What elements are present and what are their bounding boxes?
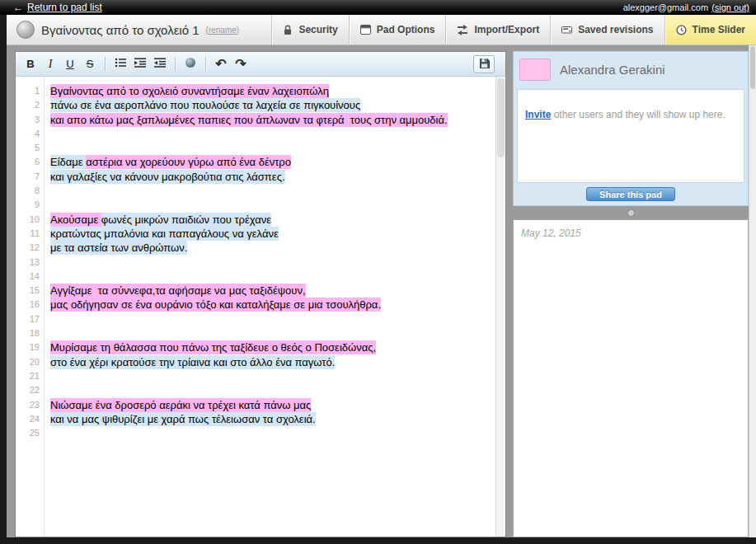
security-button[interactable]: Security	[271, 15, 348, 45]
return-to-pad-list-link[interactable]: ← Return to pad list	[13, 2, 102, 13]
invite-box: Invite other users and they will show up…	[517, 89, 744, 183]
outdent-button[interactable]	[151, 55, 169, 73]
import-export-button[interactable]: Import/Export	[445, 15, 550, 45]
editor-line[interactable]: Νιώσαμε ένα δροσερό αεράκι να τρέχει κατ…	[50, 398, 492, 412]
rename-link[interactable]: (rename)	[206, 26, 240, 35]
editor-line[interactable]: με τα αστεία των ανθρώπων.	[50, 241, 492, 255]
editor-line[interactable]	[50, 383, 492, 397]
line-number: 19	[16, 340, 40, 354]
editor-line[interactable]: και γαλαξίες να κάνουν μακροβούτια στις …	[50, 170, 492, 184]
editor-line[interactable]	[50, 270, 492, 284]
editor-body: 1234567891011121314151617181920212223242…	[16, 77, 505, 537]
text-segment: κρατώντας μπαλόνια και παπαγάλους να γελ…	[50, 227, 279, 241]
editor-lines[interactable]: Βγαίνοντας από το σχολειό συναντήσαμε έν…	[45, 77, 495, 537]
text-segment: πάνω σε ένα αεροπλάνο που πουλούσε τα λα…	[50, 98, 360, 112]
redo-button[interactable]: ↷	[232, 55, 250, 73]
editor-line[interactable]	[50, 426, 492, 440]
strikethrough-button[interactable]: S	[81, 55, 99, 73]
line-number: 13	[16, 256, 40, 270]
line-number: 9	[16, 198, 40, 212]
saved-revisions-button[interactable]: Saved revisions	[550, 15, 664, 45]
line-number: 11	[16, 227, 40, 241]
undo-button[interactable]: ↶	[212, 55, 230, 73]
editor-line[interactable]: Ακούσαμε φωνές μικρών παιδιών που τρέχαν…	[50, 213, 492, 227]
text-segment: μας οδήγησαν σε ένα ουράνιο τόξο και κατ…	[50, 298, 381, 312]
text-segment: με τα αστεία των ανθρώπων.	[50, 241, 187, 255]
editor-line[interactable]: και απο κάτω μας ξαπλωμένες παπιες που ά…	[50, 113, 492, 127]
time-slider-button-label: Time Slider	[693, 24, 745, 35]
editor-line[interactable]: Μυρίσαμε τη θάλασσα που πάνω της ταξίδευ…	[50, 340, 492, 354]
users-panel: Alexandra Gerakini Invite other users an…	[513, 51, 749, 206]
back-arrow-icon: ←	[13, 2, 23, 12]
editor-scrollbar-thumb[interactable]	[497, 78, 505, 157]
text-segment: Αγγίξαμε τα σύννεφα,τα αφήσαμε να μας τα…	[50, 284, 306, 298]
editor-line[interactable]: πάνω σε ένα αεροπλάνο που πουλούσε τα λα…	[50, 98, 492, 112]
line-number: 7	[16, 170, 40, 184]
editor-line[interactable]	[50, 184, 492, 198]
line-number: 14	[16, 270, 40, 284]
time-slider-button[interactable]: Time Slider	[664, 15, 756, 45]
line-number: 21	[16, 369, 40, 383]
etherpad-logo-icon	[16, 21, 35, 39]
editor-scrollbar[interactable]	[495, 77, 505, 537]
editor-line[interactable]	[50, 141, 492, 155]
sign-out-link[interactable]: (sign out)	[711, 2, 749, 12]
line-number: 17	[16, 312, 40, 326]
bullet-list-button[interactable]	[111, 55, 129, 73]
pad-title: Βγαίνοντας από το σχολειό 1	[41, 23, 200, 37]
share-pad-button[interactable]: Share this pad	[586, 187, 675, 201]
page-scrollbar[interactable]	[749, 45, 756, 537]
editor-line[interactable]	[50, 127, 492, 141]
line-number: 6	[16, 155, 40, 169]
line-number: 5	[16, 141, 40, 155]
top-bar: ← Return to pad list alexgger@gmail.com …	[0, 0, 756, 15]
line-number: 18	[16, 326, 40, 340]
text-segment: αστέρια να χορεύουν γύρω από ένα δέντρο	[86, 155, 291, 169]
editor-line[interactable]: μας οδήγησαν σε ένα ουράνιο τόξο και κατ…	[50, 298, 492, 312]
editor-line[interactable]: στο ένα χέρι κρατούσε την τρίαινα και στ…	[50, 355, 492, 369]
editor-line[interactable]	[50, 198, 492, 212]
line-number: 2	[16, 98, 40, 112]
line-number-gutter: 1234567891011121314151617181920212223242…	[16, 77, 45, 537]
line-number: 8	[16, 184, 40, 198]
editor-line[interactable]: κρατώντας μπαλόνια και παπαγάλους να γελ…	[50, 227, 492, 241]
indent-icon	[134, 58, 146, 70]
invite-link[interactable]: Invite	[525, 109, 551, 120]
editor-line[interactable]: και να μας ψιθυρίζει με χαρά πως τέλειωσ…	[50, 412, 492, 426]
title-bar: Βγαίνοντας από το σχολειό 1 (rename) Sec…	[7, 15, 756, 45]
line-number: 20	[16, 355, 40, 369]
share-row: Share this pad	[514, 186, 748, 202]
security-button-label: Security	[298, 24, 337, 35]
import-export-arrows-icon	[457, 25, 468, 35]
chat-date-label: May 12, 2015	[521, 227, 581, 239]
line-number: 1	[16, 84, 40, 98]
user-avatar[interactable]	[519, 59, 551, 81]
editor-line[interactable]	[50, 326, 492, 340]
lock-icon	[283, 25, 293, 35]
editor-line[interactable]	[50, 312, 492, 326]
italic-button[interactable]: I	[41, 55, 59, 73]
editor-toolbar: B I U S	[16, 52, 505, 77]
chat-panel[interactable]: May 12, 2015	[513, 219, 749, 537]
etherpad-app: ← Return to pad list alexgger@gmail.com …	[0, 0, 756, 544]
editor-line[interactable]: Αγγίξαμε τα σύννεφα,τα αφήσαμε να μας τα…	[50, 284, 492, 298]
bold-button[interactable]: B	[21, 55, 40, 73]
import-export-button-label: Import/Export	[474, 24, 539, 35]
panel-resize-handle[interactable]	[627, 209, 635, 217]
editor-line[interactable]	[50, 256, 492, 270]
editor-line[interactable]: Είδαμε αστέρια να χορεύουν γύρω από ένα …	[50, 155, 492, 169]
clear-authorship-button[interactable]	[181, 55, 200, 73]
page-scrollbar-thumb[interactable]	[750, 46, 755, 89]
line-number: 24	[16, 412, 40, 426]
text-segment: και γαλαξίες να κάνουν μακροβούτια στις …	[50, 170, 285, 184]
line-number: 22	[16, 383, 40, 397]
line-number: 4	[16, 127, 40, 141]
editor-line[interactable]	[50, 369, 492, 383]
text-segment: Ακούσαμε	[50, 213, 101, 227]
pad-options-button[interactable]: Pad Options	[349, 15, 446, 45]
indent-button[interactable]	[131, 55, 149, 73]
underline-button[interactable]: U	[61, 55, 79, 73]
editor-line[interactable]: Βγαίνοντας από το σχολειό συναντήσαμε έν…	[50, 84, 492, 98]
save-revision-button[interactable]	[473, 55, 495, 73]
editor-pane: B I U S	[15, 51, 506, 537]
